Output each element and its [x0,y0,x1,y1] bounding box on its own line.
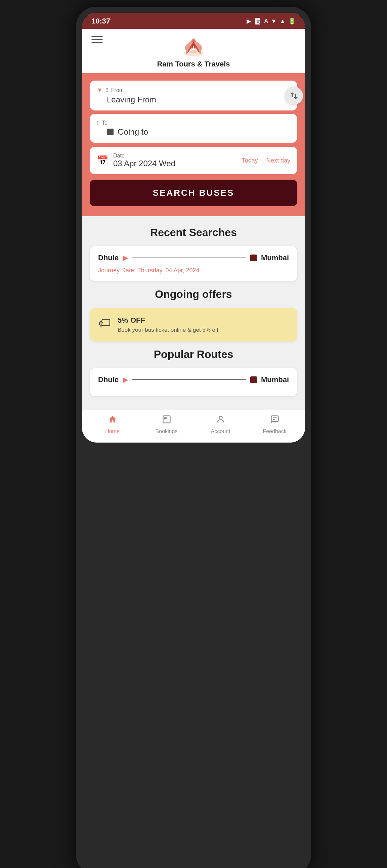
svg-point-4 [219,416,222,420]
to-label-text: To [102,120,108,126]
hamburger-menu[interactable] [91,36,103,43]
to-label: To [97,120,290,126]
nav-item-feedback[interactable]: Feedback [261,415,288,434]
bottom-nav: Home Bookings [82,410,305,442]
from-to-wrapper: ▼ From Leaving From [90,81,297,143]
app-logo [180,35,207,58]
nav-label-account: Account [211,429,231,434]
popular-route-arrow-icon: ▶ [123,375,128,384]
svg-point-1 [190,50,197,53]
bookings-icon [162,415,171,427]
phone-frame: 10:37 ▶ 🃏 A ▼ ▲ 🔋 [76,7,311,868]
main-content: Recent Searches Dhule ▶ Mumbai Journey D… [82,216,305,410]
today-button[interactable]: Today [242,157,258,164]
popular-routes-title: Popular Routes [90,348,297,361]
app-header: Ram Tours & Travels [82,29,305,73]
account-icon [216,415,226,427]
svg-rect-3 [165,417,166,419]
recent-searches-title: Recent Searches [90,226,297,239]
route-row: Dhule ▶ Mumbai [98,253,289,262]
card-icon: 🃏 [254,18,261,25]
popular-route-row: Dhule ▶ Mumbai [98,375,289,384]
svg-rect-2 [163,416,170,423]
calendar-icon: 📅 [97,155,109,166]
date-info: Date 03 Apr 2024 Wed [113,153,175,168]
search-section: ▼ From Leaving From [82,73,305,216]
feedback-icon [270,415,279,427]
to-value: Going to [107,127,290,137]
popular-route-item[interactable]: Dhule ▶ Mumbai [90,368,297,396]
from-value: Leaving From [107,95,290,104]
from-card[interactable]: ▼ From Leaving From [90,81,297,111]
offer-card: 🏷 5% OFF Book your bus ticket online & g… [90,308,297,341]
battery-icon: 🔋 [288,18,296,25]
swap-button[interactable] [285,87,303,105]
status-icons: ▶ 🃏 A ▼ ▲ 🔋 [246,18,296,25]
nav-label-feedback: Feedback [263,429,286,434]
from-label: ▼ From [97,87,290,94]
nav-label-bookings: Bookings [155,429,178,434]
popular-route-to-icon [250,376,257,383]
route-to-icon [250,254,257,261]
route-from: Dhule [98,253,119,262]
a-icon: A [264,18,268,25]
nav-item-home[interactable]: Home [99,415,126,434]
offer-info: 5% OFF Book your bus ticket online & get… [118,316,218,334]
ongoing-offers-title: Ongoing offers [90,288,297,301]
to-card[interactable]: To Going to [90,114,297,143]
popular-route-from: Dhule [98,375,119,384]
wifi-icon: ▼ [271,18,277,25]
status-bar: 10:37 ▶ 🃏 A ▼ ▲ 🔋 [82,13,305,29]
play-icon: ▶ [246,18,251,25]
date-card[interactable]: 📅 Date 03 Apr 2024 Wed Today | Next day [90,147,297,174]
recent-search-item[interactable]: Dhule ▶ Mumbai Journey Date: Thursday, 0… [90,246,297,281]
date-value: 03 Apr 2024 Wed [113,159,175,168]
date-divider: | [261,157,263,164]
date-buttons: Today | Next day [242,157,290,164]
from-label-text: From [111,87,124,93]
nav-item-bookings[interactable]: Bookings [153,415,180,434]
route-line [132,257,246,258]
signal-icon: ▲ [279,18,286,25]
search-buses-button[interactable]: SEARCH BUSES [90,180,297,206]
date-left: 📅 Date 03 Apr 2024 Wed [97,153,175,168]
nav-label-home: Home [105,429,120,434]
offer-title: 5% OFF [118,316,218,325]
journey-date: Journey Date: Thursday, 04 Apr, 2024 [98,267,289,274]
nav-item-account[interactable]: Account [207,415,234,434]
popular-route-to: Mumbai [261,375,289,384]
svg-rect-5 [271,416,278,422]
route-arrow-icon: ▶ [123,253,128,262]
date-label: Date [113,153,175,159]
popular-route-line [132,379,246,380]
tag-icon: 🏷 [98,316,111,331]
app-title: Ram Tours & Travels [157,60,230,68]
offer-description: Book your bus ticket online & get 5% off [118,327,218,334]
route-to: Mumbai [261,253,289,262]
next-day-button[interactable]: Next day [266,157,290,164]
status-time: 10:37 [91,17,110,26]
phone-screen: 10:37 ▶ 🃏 A ▼ ▲ 🔋 [82,13,305,442]
home-icon [108,415,117,427]
